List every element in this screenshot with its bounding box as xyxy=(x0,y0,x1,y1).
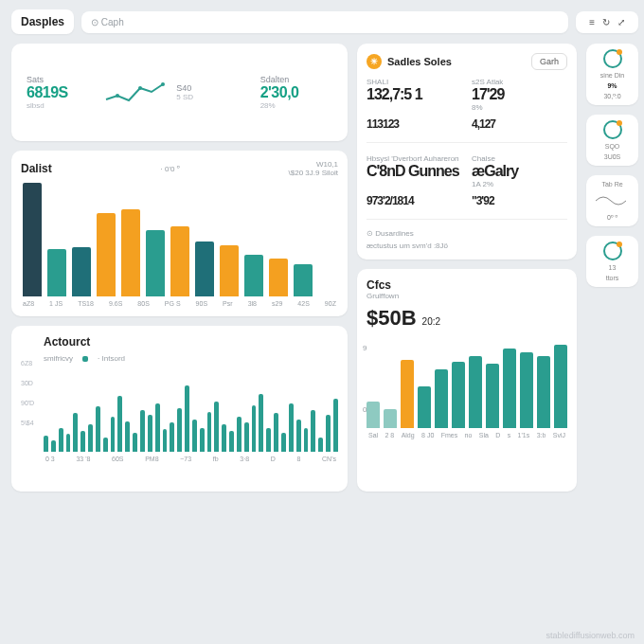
kpi-strip: Sats 6819S slbsd S40 5 SD Sdalten 2'30,0… xyxy=(11,44,348,141)
search-input[interactable]: ⊙ Caph xyxy=(81,11,568,33)
cfcs-card: Cfcs Grulffown $50B 20:2 90 Sal2 8Aldg8 … xyxy=(357,269,577,492)
chart-title: Actourct xyxy=(44,335,90,349)
cfcs-value: $50B xyxy=(367,306,417,331)
chart-actourct: Actourct smifricvy · Intsord 6Z830D90'D5… xyxy=(11,326,348,492)
gauge-icon xyxy=(603,242,622,260)
top-bar: Dasples ⊙ Caph ≡ ↻ ⤢ xyxy=(11,9,638,34)
watermark: stablediffusionweb.com xyxy=(546,631,635,640)
kpi-sats: Sats 6819S slbsd xyxy=(21,75,104,110)
view-toggle[interactable]: ≡ ↻ ⤢ xyxy=(576,11,638,33)
widget-sqo[interactable]: SQO 3U0S xyxy=(586,115,638,166)
svg-point-2 xyxy=(161,82,165,86)
widget-tab[interactable]: Tab Re 0º º xyxy=(586,175,638,226)
sun-icon: ☀ xyxy=(367,54,382,69)
gauge-icon xyxy=(603,120,622,139)
svg-point-0 xyxy=(116,94,119,98)
gauge-icon xyxy=(603,49,622,68)
chart-dalist: Dalist · 0'0 º W10,1 \$20 3J.9 Siloit aZ… xyxy=(11,151,348,316)
app-title: Dasples xyxy=(11,9,74,34)
refresh-icon[interactable]: ↻ xyxy=(602,17,610,27)
kpi-s40: S40 5 SD xyxy=(170,83,254,101)
svg-point-1 xyxy=(138,86,142,90)
widget-sine[interactable]: sine Din 9% 30,º:0 xyxy=(586,44,638,105)
sales-card: ☀Sadles Soles Garh SHALI132,7:5 1s2S Atl… xyxy=(357,44,577,259)
garh-button[interactable]: Garh xyxy=(531,53,567,70)
widget-13[interactable]: 13 ttors xyxy=(586,236,638,287)
kpi-sdalten: Sdalten 2'30,0 28% xyxy=(255,75,338,110)
menu-icon[interactable]: ≡ xyxy=(589,17,595,27)
chart-title: Dalist xyxy=(21,162,52,175)
expand-icon[interactable]: ⤢ xyxy=(617,17,625,27)
wave-icon xyxy=(594,191,632,210)
sparkline xyxy=(104,79,170,107)
